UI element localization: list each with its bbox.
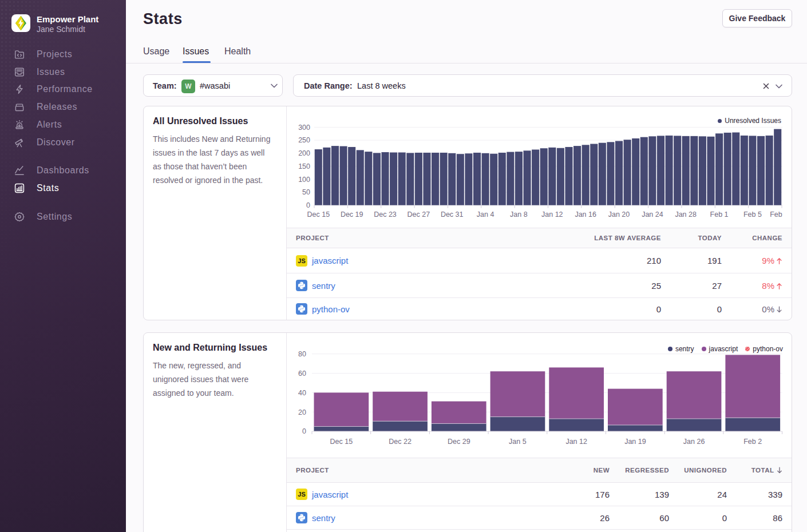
svg-text:80: 80 xyxy=(298,350,306,358)
svg-text:50: 50 xyxy=(302,188,310,196)
svg-text:Jan 5: Jan 5 xyxy=(509,438,527,446)
svg-text:Jan 20: Jan 20 xyxy=(608,211,630,219)
svg-text:Jan 28: Jan 28 xyxy=(675,211,697,219)
svg-text:Jan 16: Jan 16 xyxy=(575,211,596,219)
svg-text:Feb: Feb xyxy=(770,211,782,219)
svg-text:60: 60 xyxy=(298,370,306,378)
svg-text:Dec 19: Dec 19 xyxy=(341,211,363,219)
svg-text:0: 0 xyxy=(306,201,310,209)
svg-text:200: 200 xyxy=(298,149,310,157)
svg-text:Feb 5: Feb 5 xyxy=(743,211,762,219)
svg-text:Dec 15: Dec 15 xyxy=(307,211,330,219)
svg-text:40: 40 xyxy=(298,389,306,397)
svg-text:300: 300 xyxy=(298,124,310,132)
svg-text:150: 150 xyxy=(298,162,310,170)
svg-text:Dec 27: Dec 27 xyxy=(408,211,430,219)
svg-text:Jan 12: Jan 12 xyxy=(565,438,587,446)
svg-text:Feb 2: Feb 2 xyxy=(743,438,762,446)
svg-text:Dec 31: Dec 31 xyxy=(441,211,464,219)
svg-text:Jan 19: Jan 19 xyxy=(624,438,646,446)
svg-text:Jan 24: Jan 24 xyxy=(642,211,663,219)
svg-text:Jan 4: Jan 4 xyxy=(477,211,495,219)
svg-text:250: 250 xyxy=(298,136,310,144)
svg-text:Jan 12: Jan 12 xyxy=(541,211,563,219)
svg-text:Jan 8: Jan 8 xyxy=(510,211,528,219)
svg-text:Jan 26: Jan 26 xyxy=(683,438,705,446)
svg-text:20: 20 xyxy=(298,408,306,416)
svg-text:100: 100 xyxy=(298,176,310,184)
svg-text:Dec 29: Dec 29 xyxy=(448,438,470,446)
svg-text:Dec 23: Dec 23 xyxy=(374,211,397,219)
svg-text:Feb 1: Feb 1 xyxy=(710,211,729,219)
svg-text:Dec 15: Dec 15 xyxy=(330,438,353,446)
svg-text:Dec 22: Dec 22 xyxy=(389,438,412,446)
svg-text:0: 0 xyxy=(302,427,306,435)
